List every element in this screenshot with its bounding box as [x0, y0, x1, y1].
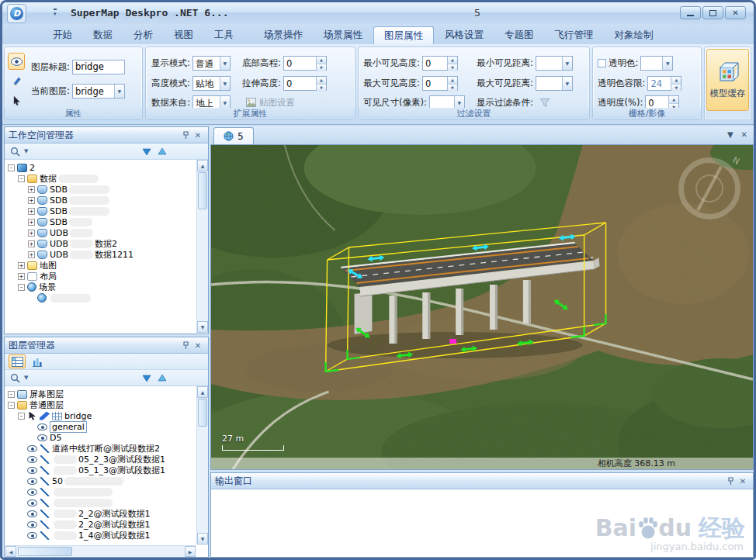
close-icon[interactable]: ✕ [737, 475, 749, 487]
dropdown-arrow-icon[interactable]: ▼ [662, 57, 672, 70]
collapse-icon[interactable]: - [8, 391, 15, 398]
ribbon-tab-4[interactable]: 视图 [164, 26, 203, 44]
transparent-color-checkbox[interactable] [598, 59, 606, 67]
layer-visible-toggle-button[interactable] [8, 53, 25, 70]
window-list-icon[interactable]: ▼ [727, 130, 733, 139]
tree-item[interactable] [5, 292, 196, 303]
scroll-left-icon[interactable]: ◀ [5, 546, 16, 557]
expand-icon[interactable]: + [28, 240, 35, 247]
dropdown-arrow-icon[interactable]: ▼ [220, 96, 230, 109]
ribbon-tab-8[interactable]: 图层属性 [373, 26, 434, 44]
tree-item[interactable]: -数据 [5, 173, 196, 184]
scene-3d-viewport[interactable]: N 27 m 相机高度 368.13 m [210, 145, 754, 470]
move-up-icon[interactable] [156, 372, 168, 384]
spin-down-icon[interactable]: ▼ [448, 64, 457, 71]
tree-item[interactable]: +UDB数据2 [5, 238, 196, 249]
tree-item[interactable]: -2 [5, 162, 196, 173]
tree-item[interactable]: 1_4@测试段数据1 [5, 530, 196, 541]
minimize-button[interactable] [680, 6, 701, 19]
tree-item[interactable]: 2_2@测试段数据1 [5, 519, 196, 530]
expand-icon[interactable]: + [28, 208, 35, 215]
expand-icon[interactable]: + [18, 273, 25, 280]
close-document-icon[interactable]: ✕ [741, 130, 747, 139]
ribbon-tab-7[interactable]: 场景属性 [314, 26, 373, 44]
move-up-icon[interactable] [156, 145, 168, 157]
layer-editable-toggle-button[interactable] [8, 72, 25, 89]
dropdown-arrow-icon[interactable]: ▼ [220, 77, 230, 90]
scroll-thumb[interactable] [198, 172, 207, 209]
spin-up-icon[interactable]: ▲ [671, 77, 681, 85]
close-icon[interactable]: ✕ [192, 339, 204, 351]
scroll-right-icon[interactable]: ▶ [185, 546, 196, 557]
spin-down-icon[interactable]: ▼ [317, 85, 326, 92]
dropdown-arrow-icon[interactable]: ▼ [562, 77, 572, 90]
spin-up-icon[interactable]: ▲ [448, 77, 457, 85]
ribbon-tab-6[interactable]: 场景操作 [254, 26, 313, 44]
pin-icon[interactable] [179, 339, 192, 351]
scroll-up-icon[interactable]: ▲ [197, 160, 208, 171]
spin-up-icon[interactable]: ▲ [317, 77, 326, 85]
tree-item[interactable]: 道路中线打断@测试段数据2 [5, 443, 196, 454]
max-visible-height-stepper[interactable]: 0 ▲▼ [422, 76, 458, 91]
collapse-icon[interactable]: - [18, 413, 25, 420]
expand-icon[interactable]: + [28, 251, 35, 258]
compass[interactable]: N [678, 157, 740, 220]
expand-icon[interactable]: + [28, 219, 35, 226]
bottom-elevation-stepper[interactable]: 0 ▲▼ [283, 56, 327, 71]
layer-chart-view-button[interactable] [29, 354, 46, 368]
layer-panel-header[interactable]: 图层管理器 ✕ [5, 337, 208, 354]
layer-scrollbar[interactable]: ▲ ▼ [196, 386, 208, 544]
scroll-thumb[interactable] [18, 547, 72, 556]
workspace-scrollbar[interactable]: ▲ ▼ [196, 160, 208, 333]
expand-icon[interactable]: + [28, 186, 35, 193]
ribbon-tab-2[interactable]: 数据 [83, 26, 123, 44]
expand-icon[interactable]: + [18, 262, 25, 269]
layer-hscrollbar[interactable]: ◀ ▶ [5, 545, 196, 557]
app-logo-icon[interactable]: D [7, 4, 26, 23]
spin-down-icon[interactable]: ▼ [448, 85, 457, 92]
workspace-panel-header[interactable]: 工作空间管理器 ✕ [5, 127, 208, 143]
ribbon-tab-1[interactable]: 开始 [43, 26, 82, 44]
tree-item[interactable]: general [5, 421, 196, 432]
collapse-icon[interactable]: - [8, 402, 15, 409]
tree-item[interactable]: -屏幕图层 [5, 389, 196, 399]
spin-down-icon[interactable]: ▼ [671, 85, 681, 92]
maximize-button[interactable] [702, 6, 723, 19]
move-down-icon[interactable] [140, 145, 153, 157]
scroll-down-icon[interactable]: ▼ [197, 533, 208, 544]
model-cache-button[interactable]: 模型缓存 [706, 49, 749, 111]
layer-title-input[interactable] [72, 60, 125, 74]
dropdown-arrow-icon[interactable]: ▼ [220, 57, 230, 70]
tree-item[interactable]: +布局 [5, 271, 196, 282]
dropdown-arrow-icon[interactable]: ▼ [562, 57, 572, 70]
ribbon-tab-9[interactable]: 风格设置 [435, 26, 494, 44]
scroll-down-icon[interactable]: ▼ [197, 321, 208, 333]
tree-item[interactable]: +地图 [5, 260, 196, 271]
spin-up-icon[interactable]: ▲ [669, 96, 678, 104]
tree-item[interactable]: -场景 [5, 282, 196, 292]
tree-item[interactable]: +SDB [5, 216, 196, 227]
tree-item[interactable]: 2_2@测试段数据1 [5, 508, 196, 519]
tree-item[interactable] [5, 486, 196, 497]
tree-item[interactable]: +SDB [5, 195, 196, 206]
filter-condition-button[interactable] [536, 96, 554, 109]
scroll-up-icon[interactable]: ▲ [197, 386, 208, 398]
expand-icon[interactable]: + [28, 230, 35, 237]
collapse-icon[interactable]: - [8, 164, 15, 171]
collapse-icon[interactable]: - [18, 284, 25, 291]
layer-list-view-button[interactable] [9, 354, 26, 368]
tree-item[interactable]: 50 [5, 475, 196, 486]
expand-icon[interactable]: + [28, 197, 35, 204]
close-icon[interactable]: ✕ [192, 129, 204, 141]
quick-access-dropdown-icon[interactable]: ▾ [54, 9, 57, 17]
search-dropdown-icon[interactable]: ▼ [24, 375, 28, 381]
transparent-color-picker[interactable]: ▼ [640, 56, 673, 71]
dropdown-arrow-icon[interactable]: ▼ [454, 96, 464, 109]
tree-item[interactable]: -普通图层 [5, 399, 196, 410]
tree-item[interactable]: -bridge [5, 410, 196, 421]
layer-selectable-toggle-button[interactable] [8, 92, 25, 109]
stretch-height-stepper[interactable]: 0 ▲▼ [283, 76, 327, 91]
search-icon[interactable] [9, 372, 21, 384]
min-visible-height-stepper[interactable]: 0 ▲▼ [422, 56, 458, 71]
current-layer-select[interactable]: bridge ▼ [72, 84, 125, 99]
